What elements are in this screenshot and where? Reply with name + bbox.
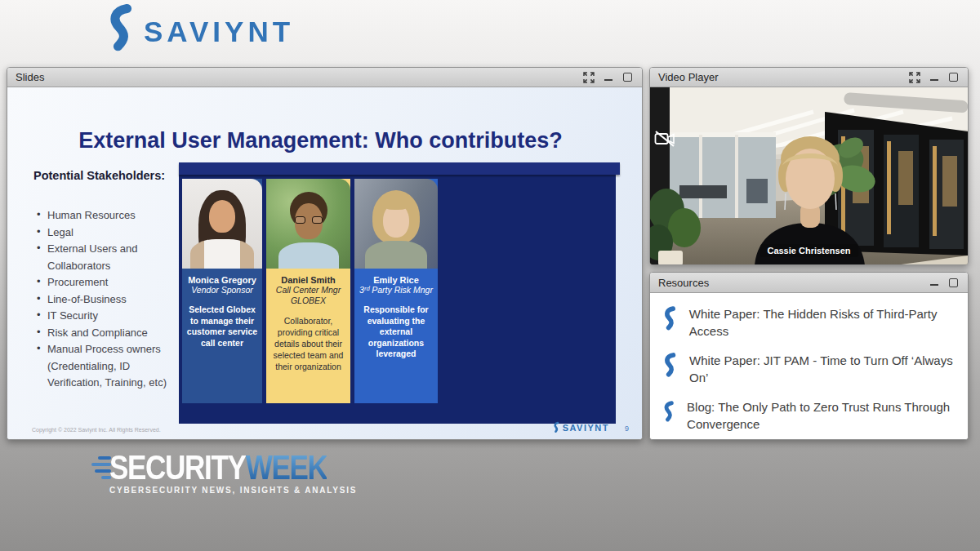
slides-panel: Slides External User Management: Who con… bbox=[7, 67, 643, 440]
resources-panel-title: Resources bbox=[658, 277, 709, 289]
saviynt-s-icon bbox=[662, 304, 679, 332]
list-item: Line-of-Business bbox=[37, 291, 174, 309]
list-item: External Users and Collaborators bbox=[37, 241, 174, 274]
slide: External User Management: Who contribute… bbox=[7, 87, 642, 439]
stakeholder-name: Monica Gregory bbox=[182, 275, 262, 285]
resource-link[interactable]: White Paper: The Hidden Risks of Third-P… bbox=[650, 304, 968, 340]
slides-panel-title: Slides bbox=[16, 71, 44, 83]
list-item: Procurement bbox=[37, 274, 174, 291]
expand-icon[interactable] bbox=[582, 71, 595, 83]
video-stream[interactable]: Cassie Christensen bbox=[650, 87, 968, 265]
resource-link[interactable]: White Paper: JIT PAM - Time to Turn Off … bbox=[650, 351, 968, 386]
list-item: Human Resources bbox=[37, 207, 174, 224]
stakeholder-card-monica: Monica Gregory Vendor Sponsor Selected G… bbox=[182, 179, 262, 403]
resource-title: Blog: The Only Path to Zero Trust Runs T… bbox=[687, 398, 963, 433]
saviynt-wordmark: SAVIYNT bbox=[144, 16, 294, 49]
stakeholder-role-line2: GLOBEX bbox=[266, 295, 350, 306]
stakeholders-list: Human Resources Legal External Users and… bbox=[37, 207, 174, 392]
video-panel-title: Video Player bbox=[658, 71, 718, 83]
stakeholder-description: Selected Globex to manage their customer… bbox=[182, 304, 262, 349]
resources-titlebar[interactable]: Resources bbox=[650, 273, 968, 293]
stakeholder-role: 3ʳᵈ Party Risk Mngr bbox=[354, 285, 438, 295]
list-item: Risk and Compliance bbox=[37, 325, 174, 342]
camera-off-icon bbox=[654, 130, 675, 151]
stakeholders-heading: Potential Stakeholders: bbox=[33, 169, 165, 182]
stakeholder-description: Collaborator, providing critical details… bbox=[266, 315, 350, 372]
securityweek-logo: SECURITYWEEK CYBERSECURITY NEWS, INSIGHT… bbox=[109, 450, 357, 495]
stakeholder-board: Monica Gregory Vendor Sponsor Selected G… bbox=[179, 162, 616, 424]
stakeholder-card-emily: Emily Rice 3ʳᵈ Party Risk Mngr Responsib… bbox=[354, 179, 438, 403]
resource-title: White Paper: JIT PAM - Time to Turn Off … bbox=[689, 351, 963, 386]
speaker-name-label: Cassie Christensen bbox=[760, 244, 858, 257]
slide-page-number: 9 bbox=[625, 424, 629, 433]
maximize-icon[interactable] bbox=[621, 71, 634, 83]
video-player-panel: Video Player bbox=[649, 67, 969, 265]
copyright-text: Copyright © 2022 Saviynt Inc. All Rights… bbox=[32, 427, 161, 433]
resource-link[interactable]: Blog: The Only Path to Zero Trust Runs T… bbox=[650, 398, 968, 433]
minimize-icon[interactable] bbox=[602, 71, 614, 83]
resources-panel: Resources White Paper: The Hidden Risks … bbox=[649, 272, 969, 440]
stakeholder-description: Responsible for evaluating the external … bbox=[354, 304, 438, 360]
securityweek-wordmark-week: WEEK bbox=[246, 448, 327, 486]
securityweek-wordmark: SECURITY bbox=[109, 448, 246, 486]
maximize-icon[interactable] bbox=[947, 277, 960, 289]
resources-list: White Paper: The Hidden Risks of Third-P… bbox=[650, 293, 968, 439]
speedlines-icon bbox=[90, 456, 111, 482]
office-background bbox=[650, 87, 968, 265]
stakeholder-role: Vendor Sponsor bbox=[182, 285, 262, 295]
maximize-icon[interactable] bbox=[947, 71, 960, 83]
saviynt-s-icon bbox=[662, 351, 679, 379]
board-top-strip bbox=[179, 162, 620, 175]
resource-title: White Paper: The Hidden Risks of Third-P… bbox=[689, 304, 963, 340]
stakeholder-card-daniel: Daniel Smith Call Center Mngr GLOBEX Col… bbox=[266, 179, 350, 403]
stakeholder-photo bbox=[266, 179, 350, 269]
minimize-icon[interactable] bbox=[928, 277, 940, 289]
list-item: Manual Process owners (Credentialing, ID… bbox=[37, 341, 174, 392]
minimize-icon[interactable] bbox=[928, 71, 940, 83]
expand-icon[interactable] bbox=[908, 71, 920, 83]
list-item: IT Security bbox=[37, 308, 174, 325]
saviynt-s-icon bbox=[662, 398, 676, 425]
slides-titlebar[interactable]: Slides bbox=[7, 68, 642, 87]
stakeholder-role: Call Center Mngr bbox=[266, 285, 350, 295]
saviynt-s-icon bbox=[553, 421, 560, 433]
stakeholder-photo bbox=[354, 179, 438, 269]
saviynt-wordmark: SAVIYNT bbox=[563, 423, 609, 433]
stakeholder-photo bbox=[182, 179, 262, 269]
video-titlebar[interactable]: Video Player bbox=[650, 68, 968, 87]
stakeholder-name: Emily Rice bbox=[354, 275, 438, 285]
slide-title: External User Management: Who contribute… bbox=[24, 128, 617, 153]
stakeholder-name: Daniel Smith bbox=[266, 275, 350, 285]
list-item: Legal bbox=[37, 224, 174, 242]
securityweek-tagline: CYBERSECURITY NEWS, INSIGHTS & ANALYSIS bbox=[109, 486, 357, 495]
saviynt-s-icon bbox=[105, 3, 139, 52]
saviynt-logo: SAVIYNT bbox=[105, 3, 294, 52]
slide-footer-logo: SAVIYNT bbox=[553, 421, 609, 433]
